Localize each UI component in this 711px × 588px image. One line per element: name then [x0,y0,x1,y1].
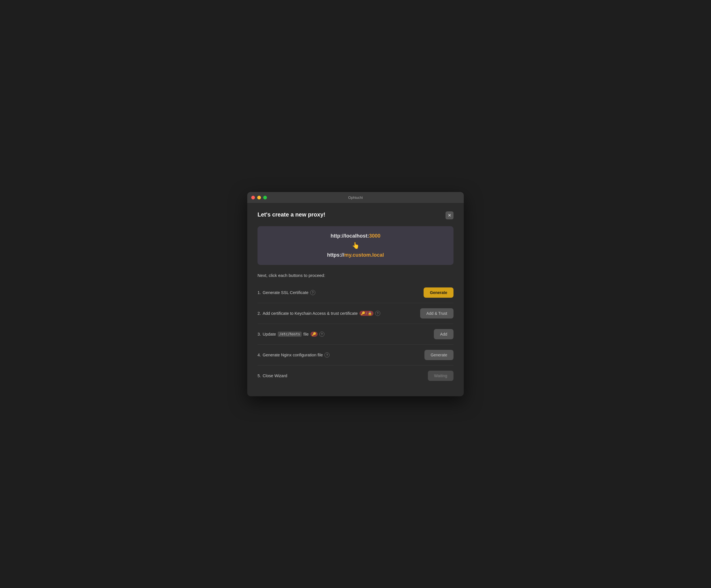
modal-content: Let's create a new proxy! ✕ http://local… [247,203,464,396]
window-maximize-button[interactable] [263,196,267,199]
step-3-text-file: file [303,332,309,336]
window-controls [251,196,267,199]
proxy-dest-domain: my.custom.local [344,252,384,258]
title-bar: Ophiuchi [247,192,464,203]
proxy-arrow-icon: 👆 [264,242,447,249]
instructions-label: Next, click each buttons to proceed: [258,273,453,278]
modal-close-button[interactable]: ✕ [446,211,453,219]
modal-title: Let's create a new proxy! [258,211,325,218]
step-2-help-icon[interactable]: ? [375,311,380,316]
step-row-1: 1. Generate SSL Certificate ? Generate [258,282,453,303]
step-3-label: 3. Update /etc/hosts file 🔑 ? [258,332,324,337]
proxy-dest: https://my.custom.local [264,252,447,258]
add-hosts-button[interactable]: Add [434,329,453,339]
proxy-preview: http://localhost:3000 👆 https://my.custo… [258,226,453,265]
slash-divider: / [366,312,367,315]
key-icon: 🔑 [361,311,365,315]
step-3-text-update: Update [263,332,276,336]
proxy-dest-prefix: https:// [327,252,344,258]
modal-header: Let's create a new proxy! ✕ [258,211,453,219]
step-4-label: 4. Generate Nginx configuration file ? [258,352,329,357]
step-1-label: 1. Generate SSL Certificate ? [258,290,315,295]
step-row-5: 5. Close Wizard Waiting [258,366,453,386]
step-2-number: 2. [258,311,261,315]
generate-nginx-button[interactable]: Generate [425,350,453,360]
step-1-text: Generate SSL Certificate [263,290,308,295]
step-2-label: 2. Add certificate to Keychain Access & … [258,311,380,316]
step-4-number: 4. [258,353,261,357]
step-5-number: 5. [258,373,261,378]
step-row-4: 4. Generate Nginx configuration file ? G… [258,345,453,366]
key-icon-2: 🔑 [312,332,316,336]
proxy-source: http://localhost:3000 [264,233,447,239]
step-5-label: 5. Close Wizard [258,373,287,378]
window-close-button[interactable] [251,196,255,199]
generate-ssl-button[interactable]: Generate [424,287,453,298]
step-3-code-tag: /etc/hosts [278,332,302,337]
window-title: Ophiuchi [348,195,363,200]
proxy-source-prefix: http://localhost: [330,233,369,239]
step-3-number: 3. [258,332,261,336]
lock-icon: 🔒 [368,311,372,315]
step-3-key-badge: 🔑 [310,332,318,337]
step-5-text: Close Wizard [263,373,287,378]
step-4-text: Generate Nginx configuration file [263,353,323,357]
window-minimize-button[interactable] [257,196,261,199]
step-1-help-icon[interactable]: ? [310,290,315,295]
add-trust-button[interactable]: Add & Trust [420,308,453,319]
close-wizard-button: Waiting [428,371,453,381]
step-4-help-icon[interactable]: ? [324,352,329,357]
step-2-text: Add certificate to Keychain Access & tru… [263,311,358,315]
steps-container: 1. Generate SSL Certificate ? Generate 2… [258,282,453,386]
step-row-2: 2. Add certificate to Keychain Access & … [258,303,453,324]
proxy-source-port: 3000 [369,233,380,239]
main-window: Ophiuchi Let's create a new proxy! ✕ htt… [247,192,464,396]
step-row-3: 3. Update /etc/hosts file 🔑 ? Add [258,324,453,345]
step-1-number: 1. [258,290,261,295]
step-3-help-icon[interactable]: ? [319,332,324,337]
step-2-key-badge: 🔑 / 🔒 [360,311,373,316]
